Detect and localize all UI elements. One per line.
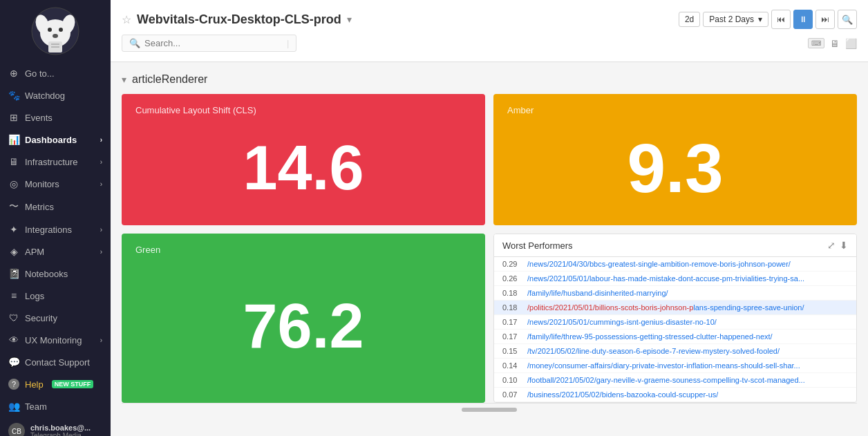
table-row[interactable]: 0.17 /family/life/threw-95-possessions-g… — [494, 330, 856, 344]
fullscreen-icon[interactable]: ⬜ — [845, 38, 857, 49]
sidebar-item-apm[interactable]: ◈ APM › — [0, 240, 111, 263]
row-url[interactable]: /family/life/husband-disinherited-marryi… — [527, 289, 668, 297]
table-row[interactable]: 0.17 /news/2021/05/01/cummings-isnt-geni… — [494, 315, 856, 330]
chevron-right-icon: › — [100, 180, 102, 188]
svg-point-5 — [59, 28, 63, 32]
table-row-highlighted[interactable]: 0.18 /politics/2021/05/01/billions-scots… — [494, 301, 856, 315]
sidebar-user[interactable]: CB chris.boakes@... Telegraph Media... — [0, 417, 111, 436]
sidebar-item-label: Integrations — [25, 225, 72, 235]
chevron-right-icon: › — [100, 136, 102, 144]
sidebar-item-help[interactable]: ? Help NEW STUFF — [0, 373, 111, 395]
sidebar-item-security[interactable]: 🛡 Security — [0, 307, 111, 329]
table-row[interactable]: 0.29 /news/2021/04/30/bbcs-greatest-sing… — [494, 257, 856, 272]
sidebar-item-metrics[interactable]: 〜 Metrics — [0, 195, 111, 218]
monitor-icon[interactable]: 🖥 — [830, 38, 840, 49]
cls-card: Cumulative Layout Shift (CLS) 14.6 — [122, 94, 485, 225]
sidebar-item-label: Events — [25, 113, 53, 123]
row-score: 0.15 — [502, 347, 527, 355]
content: ▾ articleRenderer Cumulative Layout Shif… — [111, 62, 868, 436]
chevron-down-icon[interactable]: ▾ — [347, 14, 352, 25]
sidebar-item-notebooks[interactable]: 📓 Notebooks — [0, 263, 111, 285]
download-icon[interactable]: ⬇ — [840, 240, 848, 251]
team-icon: 👥 — [8, 401, 19, 412]
table-row[interactable]: 0.18 /family/life/husband-disinherited-m… — [494, 286, 856, 301]
row-url[interactable]: /football/2021/05/02/gary-neville-v-grae… — [527, 376, 805, 384]
row-url[interactable]: /politics/2021/05/01/billions-scots-bori… — [527, 303, 804, 312]
events-icon: ⊞ — [8, 112, 19, 123]
sidebar-item-label: Metrics — [25, 202, 54, 212]
row-url[interactable]: /money/consumer-affairs/diary-private-in… — [527, 361, 800, 370]
time-badge: 2d — [679, 12, 700, 27]
row-url[interactable]: /news/2021/05/01/labour-has-made-mistake… — [527, 274, 804, 283]
avatar: CB — [8, 423, 25, 436]
row-score: 0.17 — [502, 332, 527, 341]
logs-icon: ≡ — [8, 290, 19, 301]
sidebar-item-infrastructure[interactable]: 🖥 Infrastructure › — [0, 151, 111, 173]
sidebar-item-dashboards[interactable]: 📊 Dashboards › — [0, 129, 111, 151]
header: ☆ Webvitals-Crux-Desktop-CLS-prod ▾ 2d P… — [111, 0, 868, 62]
scroll-hint-bar — [462, 408, 517, 412]
row-url[interactable]: /news/2021/04/30/bbcs-greatest-single-am… — [527, 260, 791, 268]
sidebar-item-monitors[interactable]: ◎ Monitors › — [0, 173, 111, 195]
search-icon: 🔍 — [129, 38, 140, 48]
table-row[interactable]: 0.07 /business/2021/05/02/bidens-bazooka… — [494, 388, 856, 402]
row-score: 0.14 — [502, 361, 527, 370]
worst-performers-panel: Worst Performers ⤢ ⬇ 0.29 /news/2021/04/… — [493, 234, 857, 403]
play-btn[interactable]: ⏸ — [793, 10, 813, 29]
help-icon: ? — [8, 379, 19, 390]
chevron-right-icon: › — [100, 226, 102, 234]
integrations-icon: ✦ — [8, 224, 19, 235]
scroll-hint — [122, 403, 857, 416]
sidebar-item-logs[interactable]: ≡ Logs — [0, 285, 111, 307]
row-url[interactable]: /news/2021/05/01/cummings-isnt-genius-di… — [527, 318, 717, 326]
sidebar-item-label: Infrastructure — [25, 157, 78, 167]
time-range-select[interactable]: Past 2 Days ▾ — [703, 12, 768, 27]
sidebar-item-ux-monitoring[interactable]: 👁 UX Monitoring › — [0, 329, 111, 351]
monitors-icon: ◎ — [8, 178, 19, 189]
sidebar-item-contact-support[interactable]: 💬 Contact Support — [0, 351, 111, 373]
top-cards-grid: Cumulative Layout Shift (CLS) 14.6 Amber… — [122, 94, 857, 225]
favorite-icon[interactable]: ☆ — [122, 13, 131, 26]
goto-icon: ⊕ — [8, 68, 19, 79]
time-range-label: Past 2 Days — [709, 15, 754, 24]
expand-icon[interactable]: ⤢ — [827, 240, 836, 251]
section-toggle-icon[interactable]: ▾ — [122, 74, 126, 85]
table-row[interactable]: 0.15 /tv/2021/05/02/line-duty-season-6-e… — [494, 344, 856, 359]
user-name: chris.boakes@... — [30, 424, 91, 432]
sidebar-item-label: Watchdog — [25, 91, 65, 101]
sidebar-item-team[interactable]: 👥 Team — [0, 395, 111, 417]
section-header: ▾ articleRenderer — [122, 73, 857, 86]
table-row[interactable]: 0.10 /football/2021/05/02/gary-neville-v… — [494, 373, 856, 388]
table-row[interactable]: 0.14 /money/consumer-affairs/diary-priva… — [494, 359, 856, 373]
row-score: 0.17 — [502, 318, 527, 326]
help-label: Help — [25, 379, 44, 390]
cls-card-value: 14.6 — [135, 137, 471, 199]
sidebar-item-label: Notebooks — [25, 269, 68, 279]
sidebar-item-goto[interactable]: ⊕ Go to... — [0, 62, 111, 84]
header-search-btn[interactable]: 🔍 — [838, 10, 857, 29]
next-btn[interactable]: ⏭ — [815, 10, 835, 29]
table-row[interactable]: 0.26 /news/2021/05/01/labour-has-made-mi… — [494, 272, 856, 286]
sidebar-item-watchdog[interactable]: 🐾 Watchdog — [0, 84, 111, 106]
chevron-right-icon: › — [100, 248, 102, 256]
header-search: 🔍 | ⌨ 🖥 ⬜ — [122, 35, 857, 52]
amber-card-label: Amber — [507, 105, 843, 115]
sidebar-logo — [0, 0, 111, 62]
user-info: chris.boakes@... Telegraph Media... — [30, 424, 91, 437]
sidebar-item-events[interactable]: ⊞ Events — [0, 106, 111, 129]
chevron-right-icon: › — [100, 158, 102, 166]
row-score: 0.18 — [502, 289, 527, 297]
row-url[interactable]: /family/life/threw-95-possessions-gettin… — [527, 332, 773, 341]
search-container[interactable]: 🔍 | — [122, 35, 296, 52]
row-url[interactable]: /tv/2021/05/02/line-duty-season-6-episod… — [527, 347, 780, 355]
amber-card: Amber 9.3 — [493, 94, 857, 225]
security-icon: 🛡 — [8, 312, 19, 323]
worst-performers-actions: ⤢ ⬇ — [827, 240, 848, 251]
svg-point-4 — [48, 28, 52, 32]
search-input[interactable] — [144, 38, 283, 48]
row-url[interactable]: /business/2021/05/02/bidens-bazooka-coul… — [527, 390, 718, 399]
sidebar-item-integrations[interactable]: ✦ Integrations › — [0, 218, 111, 240]
prev-btn[interactable]: ⏮ — [771, 10, 791, 29]
sidebar-item-label: Logs — [25, 291, 44, 301]
sidebar-team-label: Team — [25, 401, 47, 412]
